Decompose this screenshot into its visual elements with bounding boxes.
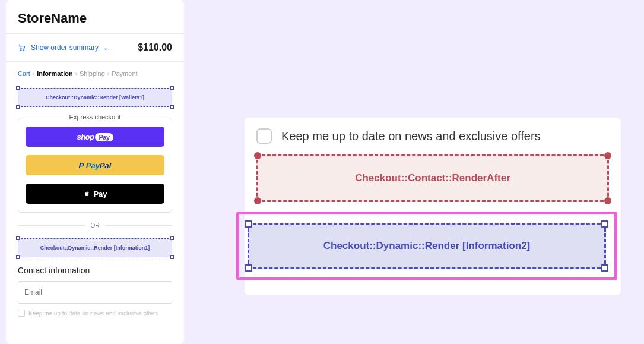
handle-icon	[16, 255, 20, 259]
breadcrumb-payment: Payment	[112, 70, 137, 77]
handle-icon	[601, 220, 608, 228]
chevron-right-icon: ›	[33, 71, 34, 77]
express-checkout-title: Express checkout	[65, 113, 126, 121]
cart-icon	[18, 43, 26, 52]
breadcrumb: Cart › Information › Shipping › Payment	[6, 62, 184, 83]
handle-icon	[170, 105, 174, 109]
handle-icon	[170, 255, 174, 259]
newsletter-label: Keep me up to date on news and exclusive…	[28, 310, 158, 317]
shop-pay-button[interactable]: shopPay	[26, 127, 164, 147]
handle-icon	[604, 152, 611, 159]
express-checkout: Express checkout shopPay P PayPal Pay	[18, 118, 172, 213]
handle-icon	[16, 105, 20, 109]
newsletter-row-preview: Keep me up to date on news and exclusive…	[256, 128, 609, 144]
breadcrumb-cart[interactable]: Cart	[18, 70, 30, 77]
extension-target-label: Checkout::Contact::RenderAfter	[355, 172, 510, 184]
chevron-right-icon: ›	[75, 71, 77, 77]
order-summary-bar: Show order summary ⌄ $110.00	[6, 34, 184, 61]
apple-pay-label: Pay	[93, 190, 107, 198]
checkout-panel: StoreName Show order summary ⌄ $110.00 C…	[6, 0, 184, 344]
handle-icon	[245, 264, 252, 272]
handle-icon	[604, 197, 611, 204]
order-total: $110.00	[138, 42, 172, 53]
handle-icon	[170, 236, 174, 240]
email-field[interactable]	[18, 281, 172, 304]
or-divider: OR	[18, 222, 172, 229]
checkbox-icon[interactable]	[18, 310, 25, 317]
extension-target-highlight: Checkout::Dynamic::Render [Information2]	[236, 212, 617, 280]
contact-information-title: Contact information	[18, 266, 172, 275]
breadcrumb-information: Information	[37, 70, 73, 77]
extension-placeholder-wallets1: Checkout::Dynamic::Render [Wallets1]	[18, 88, 172, 107]
newsletter-row[interactable]: Keep me up to date on news and exclusive…	[18, 310, 172, 317]
paypal-button[interactable]: P PayPal	[26, 155, 164, 175]
placeholder-label: Checkout::Dynamic::Render [Information1]	[18, 245, 172, 251]
handle-icon	[16, 86, 20, 90]
extension-target-dynamic-information2: Checkout::Dynamic::Render [Information2]	[248, 223, 606, 269]
checkbox[interactable]	[256, 128, 272, 144]
or-label: OR	[91, 222, 100, 229]
handle-icon	[601, 264, 608, 272]
chevron-right-icon: ›	[107, 71, 109, 77]
extension-placeholder-information1: Checkout::Dynamic::Render [Information1]	[18, 238, 172, 257]
apple-icon	[83, 190, 91, 198]
order-summary-label: Show order summary	[31, 43, 99, 52]
chevron-down-icon: ⌄	[103, 45, 108, 51]
newsletter-label-preview: Keep me up to date on news and exclusive…	[281, 130, 541, 143]
handle-icon	[254, 197, 261, 204]
store-name: StoreName	[18, 11, 172, 26]
header: StoreName	[6, 0, 184, 33]
order-summary-toggle[interactable]: Show order summary ⌄	[18, 43, 108, 52]
apple-pay-button[interactable]: Pay	[26, 184, 164, 204]
handle-icon	[245, 220, 252, 228]
handle-icon	[170, 86, 174, 90]
svg-point-1	[23, 50, 24, 51]
extension-target-label: Checkout::Dynamic::Render [Information2]	[323, 240, 531, 252]
breadcrumb-shipping: Shipping	[80, 70, 105, 77]
placeholder-label: Checkout::Dynamic::Render [Wallets1]	[18, 94, 172, 100]
extension-target-contact-renderafter: Checkout::Contact::RenderAfter	[256, 154, 609, 202]
handle-icon	[16, 236, 20, 240]
handle-icon	[254, 152, 261, 159]
extension-preview-card: Keep me up to date on news and exclusive…	[245, 118, 621, 295]
shop-pay-logo: shopPay	[77, 132, 113, 141]
paypal-logo: P PayPal	[79, 161, 112, 170]
svg-point-0	[20, 50, 21, 51]
